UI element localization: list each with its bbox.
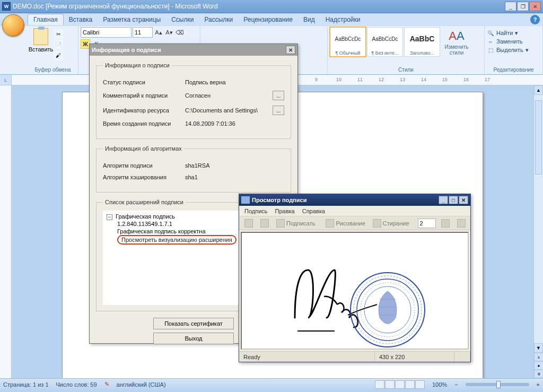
view-draft[interactable] <box>415 380 425 389</box>
browse-button[interactable]: ... <box>273 91 284 100</box>
status-language[interactable]: английский (США) <box>117 381 166 388</box>
zoom-out-button[interactable]: − <box>454 381 458 388</box>
help-icon[interactable]: ? <box>530 15 540 24</box>
tool-draw[interactable]: Рисование <box>323 218 367 229</box>
field-row: Время создания подписи 14.08.2009 7:01:3… <box>103 120 284 127</box>
zoom-in-button[interactable]: + <box>537 381 540 388</box>
group-legend: Список расширений подписи <box>103 199 186 205</box>
paste-button[interactable]: Вставить <box>30 27 52 53</box>
exit-button[interactable]: Выход <box>153 333 234 344</box>
scroll-down-button[interactable]: ▼ <box>534 343 543 353</box>
replace-icon: ↔ <box>487 38 494 45</box>
viewer-titlebar[interactable]: Просмотр подписи _ □ ✕ <box>239 194 470 206</box>
format-painter-button[interactable]: 🖌 <box>54 50 63 60</box>
tree-item-view-visualization[interactable]: Просмотреть визуализацию расширения <box>117 235 237 245</box>
browse-button[interactable]: ... <box>273 106 284 115</box>
scroll-up-button[interactable]: ▲ <box>534 85 543 95</box>
zoom-slider[interactable] <box>466 383 529 386</box>
tool-color[interactable] <box>455 218 468 229</box>
tree-collapse-icon[interactable]: − <box>107 214 112 220</box>
clear-format-button[interactable]: ⌫ <box>175 28 185 37</box>
tab-view[interactable]: Вид <box>298 14 320 25</box>
viewer-minimize-button[interactable]: _ <box>439 196 448 204</box>
tab-page-layout[interactable]: Разметка страницы <box>98 14 166 25</box>
tab-references[interactable]: Ссылки <box>166 14 199 25</box>
signature-canvas[interactable] <box>241 232 469 350</box>
tool-erase[interactable]: Стирание <box>371 218 411 229</box>
view-buttons <box>375 380 425 389</box>
status-page[interactable]: Страница: 1 из 1 <box>3 381 49 388</box>
view-print-layout[interactable] <box>375 380 384 389</box>
viewer-close-button[interactable]: ✕ <box>459 196 468 204</box>
tool-brush[interactable] <box>439 218 452 229</box>
tool-new[interactable] <box>242 218 255 229</box>
style-name: Заголово... <box>405 50 440 56</box>
proofing-icon[interactable]: ✎ <box>104 381 109 388</box>
window-close-button[interactable]: ✕ <box>529 2 541 11</box>
field-value: 14.08.2009 7:01:36 <box>185 120 284 127</box>
style-heading1[interactable]: AaBbC Заголово... <box>404 27 440 57</box>
group-editing-label: Редактирование <box>487 66 540 73</box>
tab-home[interactable]: Главная <box>28 14 64 25</box>
group-legend: Информация об алгоритмах <box>103 145 184 152</box>
change-styles-label: Изменить стили <box>441 44 472 56</box>
window-title: DEMO.doc [Режим ограниченной функциональ… <box>13 3 505 10</box>
tree-root-label[interactable]: Графическая подпись <box>116 213 175 220</box>
font-size-select[interactable] <box>133 27 153 38</box>
style-no-spacing[interactable]: AaBbCcDc ¶ Без инте... <box>367 27 403 57</box>
binoculars-icon: 🔍 <box>487 29 494 37</box>
window-minimize-button[interactable]: _ <box>505 2 516 11</box>
ruler-tick: 16 <box>463 77 469 82</box>
select-button[interactable]: ⬚Выделить ▾ <box>487 46 529 54</box>
tab-mailings[interactable]: Рассылки <box>199 14 238 25</box>
show-certificate-button[interactable]: Показать сертификат <box>153 318 234 329</box>
ruler-tick: 17 <box>485 77 490 82</box>
browse-object-button[interactable]: ● <box>534 361 543 370</box>
status-bar: Страница: 1 из 1 Число слов: 59 ✎ англий… <box>0 378 543 390</box>
menu-signature[interactable]: Подпись <box>244 208 268 214</box>
zoom-percent[interactable]: 100% <box>432 381 447 388</box>
viewer-maximize-button[interactable]: □ <box>449 196 458 204</box>
ribbon-tabs: Главная Вставка Разметка страницы Ссылки… <box>0 13 543 25</box>
style-name: ¶ Обычный <box>330 50 365 56</box>
tab-review[interactable]: Рецензирование <box>238 14 298 25</box>
prev-page-button[interactable]: ± <box>534 353 543 361</box>
style-normal[interactable]: AaBbCcDc ¶ Обычный <box>330 27 366 57</box>
cut-button[interactable]: ✂ <box>54 29 63 39</box>
scroll-thumb[interactable] <box>535 100 542 175</box>
office-button[interactable] <box>2 14 24 37</box>
tool-open[interactable] <box>258 218 271 229</box>
font-name-select[interactable] <box>81 27 132 38</box>
viewer-app-icon <box>241 196 250 204</box>
tool-sign[interactable]: Подписать <box>274 218 317 229</box>
field-value: sha1RSA <box>185 162 284 169</box>
copy-button[interactable]: 📄 <box>54 40 63 49</box>
view-outline[interactable] <box>405 380 415 389</box>
window-restore-button[interactable]: ❐ <box>517 2 529 11</box>
style-sample: AaBbCcDc <box>367 28 402 50</box>
status-ready: Ready <box>239 352 375 362</box>
dialog-title: Информация о подписи <box>92 47 161 53</box>
vertical-scrollbar[interactable]: ▲ ▼ ± ● ∓ <box>533 85 543 378</box>
view-web-layout[interactable] <box>395 380 405 389</box>
replace-button[interactable]: ↔Заменить <box>487 38 522 45</box>
status-words[interactable]: Число слов: 59 <box>56 381 97 388</box>
menu-edit[interactable]: Правка <box>275 208 295 214</box>
tab-insert[interactable]: Вставка <box>64 14 98 25</box>
find-button[interactable]: 🔍Найти ▾ <box>487 29 518 37</box>
grow-font-button[interactable]: A▴ <box>154 28 163 37</box>
vertical-ruler[interactable] <box>0 85 12 378</box>
dialog-close-button[interactable]: ✕ <box>286 46 295 54</box>
view-full-screen[interactable] <box>385 380 395 389</box>
field-value: sha1 <box>185 174 284 180</box>
shrink-font-button[interactable]: A▾ <box>164 28 174 37</box>
next-page-button[interactable]: ∓ <box>534 370 543 378</box>
tab-addins[interactable]: Надстройки <box>320 14 366 25</box>
change-styles-button[interactable]: AA Изменить стили <box>441 27 472 56</box>
menu-help[interactable]: Справка <box>302 208 325 214</box>
group-legend: Информация о подписи <box>103 62 172 68</box>
ruler-tick: 13 <box>400 77 405 82</box>
stroke-width-select[interactable] <box>418 219 436 228</box>
status-dimensions: 430 x 220 <box>375 352 454 362</box>
dialog-titlebar[interactable]: Информация о подписи ✕ <box>90 44 297 56</box>
